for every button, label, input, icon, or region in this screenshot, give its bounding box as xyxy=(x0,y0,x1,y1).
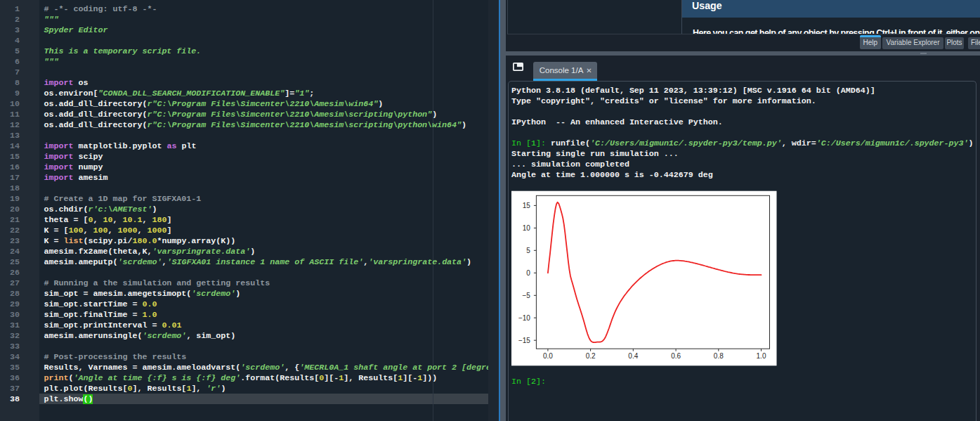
svg-text:0.6: 0.6 xyxy=(671,352,681,360)
svg-text:5: 5 xyxy=(526,247,530,254)
svg-text:−5: −5 xyxy=(522,292,530,299)
svg-text:0.8: 0.8 xyxy=(714,352,724,360)
svg-text:0.4: 0.4 xyxy=(628,352,638,360)
svg-text:1.0: 1.0 xyxy=(757,352,766,360)
svg-text:0: 0 xyxy=(526,269,530,277)
svg-text:15: 15 xyxy=(523,202,531,209)
svg-text:0.2: 0.2 xyxy=(586,352,596,360)
svg-text:10: 10 xyxy=(523,224,531,232)
svg-text:0.0: 0.0 xyxy=(543,352,553,360)
svg-text:−10: −10 xyxy=(518,314,530,322)
svg-text:−15: −15 xyxy=(518,337,530,344)
